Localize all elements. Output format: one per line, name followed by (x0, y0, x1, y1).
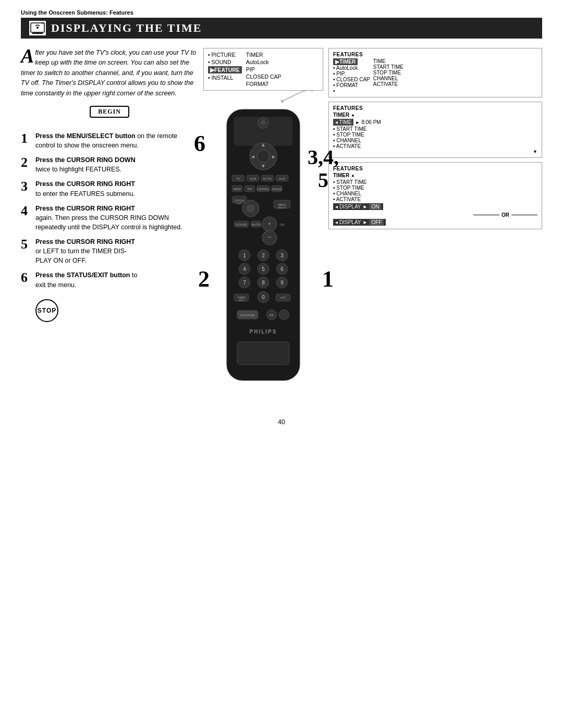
panel1-closed-cap: • CLOSED CAP (333, 77, 370, 82)
steps-list: 1 Press the MENU/SELECT button on the re… (21, 131, 198, 290)
menu-box-inner: • PICTURE • SOUND ▶FEATURE • INSTALL TIM… (208, 52, 319, 87)
panel1-start-time: START TIME (373, 64, 403, 70)
step-1-content: Press the MENU/SELECT button on the remo… (35, 131, 198, 150)
step-3-content: Press the CURSOR RING RIGHT to enter the… (35, 179, 135, 198)
svg-point-32 (247, 204, 255, 213)
menu-autolock: AutoLock (246, 59, 282, 65)
panel2-arrow-right: ► (355, 120, 360, 125)
svg-text:AUX: AUX (279, 177, 285, 180)
panel2-time-value: 8:06 PM (361, 119, 381, 125)
remote-area: 6 3,4,5 2 1 (203, 104, 323, 408)
svg-point-3 (36, 27, 39, 29)
panel3-timer-row: TIMER ▲ (333, 172, 537, 178)
step-6-number: 6 (21, 270, 35, 286)
or-divider: OR (333, 212, 537, 218)
step-5-title: Press the CURSOR RING RIGHT (35, 238, 135, 245)
panel3-stop-time: • STOP TIME (333, 185, 537, 191)
step-3-body: to enter the FEATURES submenu. (35, 190, 135, 198)
feature-panel-3: FEATURES TIMER ▲ • START TIME • STOP TIM… (328, 162, 542, 229)
panel1-stop-time: STOP TIME (373, 70, 403, 76)
svg-point-77 (279, 310, 289, 320)
svg-text:◄: ◄ (250, 154, 255, 159)
svg-text:ACTIV: ACTIV (263, 177, 272, 180)
svg-text:VCR: VCR (250, 177, 256, 180)
panel2-arrow-down: ▼ (333, 149, 537, 154)
or-label: OR (501, 212, 509, 218)
panel2-channel: • CHANNEL (333, 138, 537, 143)
panel3-start-time: • START TIME (333, 179, 537, 185)
step-6-content: Press the STATUS/EXIT button to exit the… (35, 270, 137, 289)
svg-text:7: 7 (243, 280, 246, 286)
step-6: 6 Press the STATUS/EXIT button to exit t… (21, 270, 198, 289)
panel1-pip: • PIP (333, 71, 370, 77)
intro-text: fter you have set the TV's clock, you ca… (21, 49, 196, 97)
svg-text:CH: CH (280, 223, 285, 226)
step-4: 4 Press the CURSOR RING RIGHT again. The… (21, 204, 198, 232)
step-1-title: Press the MENU/SELECT button (35, 132, 136, 140)
svg-text:▼: ▼ (261, 163, 266, 169)
step-3-number: 3 (21, 179, 35, 194)
title-icon (29, 21, 46, 35)
svg-text:PIP: PIP (270, 314, 274, 317)
menu-timer: TIMER (246, 52, 282, 58)
step-2: 2 Press the CURSOR RING DOWN twice to hi… (21, 155, 198, 174)
panel1-content: ▶TIMER • AutoLock • PIP • CLOSED CAP • F… (333, 58, 537, 94)
title-bar: DISPLAYING THE TIME (21, 18, 542, 39)
svg-text:PHILIPS: PHILIPS (250, 329, 277, 335)
step-2-number: 2 (21, 155, 35, 170)
step-2-content: Press the CURSOR RING DOWN twice to high… (35, 155, 136, 174)
step-5-number: 5 (21, 237, 35, 252)
panel2-time-highlighted: ◂ TIME (333, 119, 353, 126)
panel2-subtitle: TIMER (333, 112, 349, 118)
svg-text:FREEZE: FREEZE (272, 188, 282, 191)
feature-panel-2: FEATURES TIMER ▲ ◂ TIME ► 8:06 PM • STAR… (328, 102, 542, 158)
svg-text:0: 0 (262, 294, 265, 300)
step-overlay-345: 3,4,5 (308, 146, 339, 192)
panel2-arrow-up: ▲ (351, 113, 355, 117)
step-overlay-2: 2 (198, 266, 210, 292)
step-5-body1: or LEFT to turn the TIMER DIS- (35, 248, 127, 255)
display-off-label: DISPLAY (339, 219, 361, 225)
step-2-title: Press the CURSOR RING DOWN (35, 156, 136, 164)
step-4-title: Press the CURSOR RING RIGHT (35, 205, 135, 212)
panel1-channel: CHANNEL (373, 76, 403, 81)
or-line-right (511, 215, 537, 216)
step-4-body: again. Then press the CURSOR RING DOWN r… (35, 214, 182, 231)
subheader-label: Using the Onscreen Submenus: Features (21, 9, 542, 16)
display-arrows: ► (363, 204, 368, 209)
panel3-title: FEATURES (333, 166, 537, 171)
menu-format: FORMAT (246, 81, 282, 87)
left-column: A fter you have set the TV's clock, you … (21, 48, 198, 408)
display-label: DISPLAY (339, 204, 361, 209)
step-overlay-6: 6 (194, 130, 205, 157)
step-2-body: twice to highlight FEATURES. (35, 166, 121, 173)
panel1-activate: ACTIVATE (373, 81, 403, 87)
svg-text:AUX: AUX (280, 296, 286, 299)
svg-text:1: 1 (243, 253, 246, 258)
stop-box: STOP (35, 299, 58, 322)
svg-text:3: 3 (280, 253, 284, 258)
menu-col-right: TIMER AutoLock PIP CLOSED CAP FORMAT (246, 52, 282, 87)
svg-text:A/CH: A/CH (239, 299, 244, 302)
panel2-activate: • ACTIVATE (333, 143, 537, 149)
menu-pip: PIP (246, 66, 282, 72)
step-5: 5 Press the CURSOR RING RIGHT or LEFT to… (21, 237, 198, 265)
display-off-value: OFF (369, 219, 384, 225)
menu-picture: • PICTURE (208, 52, 242, 58)
svg-text:4: 4 (243, 266, 246, 272)
panel3-arrow-up: ▲ (351, 173, 355, 178)
panel1-format: • FORMAT (333, 82, 370, 88)
svg-marker-4 (280, 100, 284, 103)
svg-text:6: 6 (280, 266, 284, 272)
panel2-time-row: ◂ TIME ► 8:06 PM (333, 119, 537, 126)
title-icon-svg (30, 22, 45, 34)
menu-install: • INSTALL (208, 75, 242, 81)
svg-text:2: 2 (262, 253, 265, 258)
begin-box: BEGIN (90, 106, 129, 118)
curve-arrow (276, 89, 318, 104)
svg-text:−: − (267, 233, 271, 241)
step-6-body: exit the menu. (35, 281, 77, 289)
svg-point-8 (261, 120, 266, 126)
main-content: A fter you have set the TV's clock, you … (0, 39, 563, 408)
menu-feature-highlighted: ▶FEATURE (208, 66, 242, 73)
